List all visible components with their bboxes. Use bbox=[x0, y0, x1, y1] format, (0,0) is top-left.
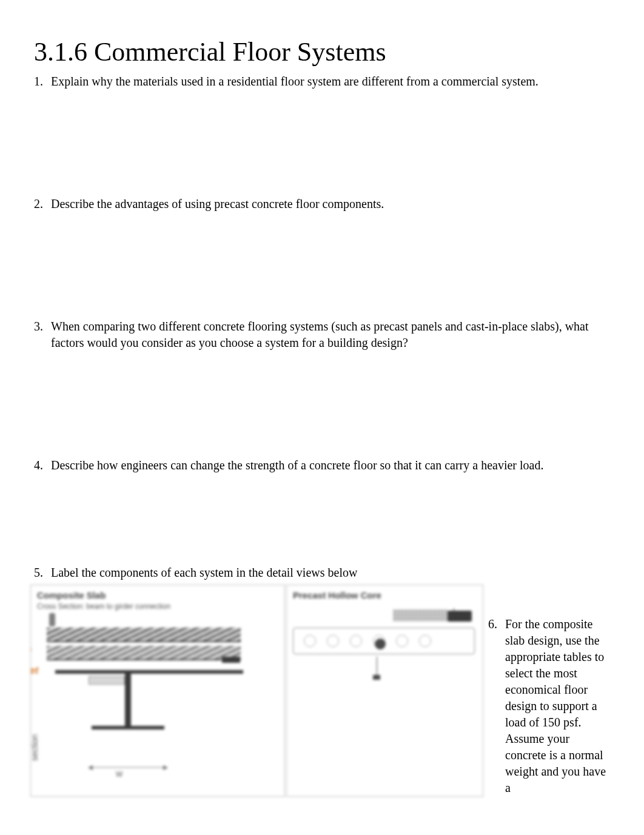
question-5-number: 5. bbox=[34, 565, 51, 581]
topping-hatch bbox=[393, 609, 448, 622]
grout-key bbox=[448, 611, 472, 622]
leader-end bbox=[373, 675, 380, 680]
question-2-text: Describe the advantages of using precast… bbox=[51, 196, 610, 212]
diagram-right-title: Precast Hollow Core bbox=[293, 590, 381, 600]
orange-label-2: Beam bbox=[30, 645, 32, 656]
question-3: 3. When comparing two different concrete… bbox=[34, 318, 610, 351]
question-6: 6. For the composite slab design, use th… bbox=[483, 616, 644, 796]
question-1: 1. Explain why the materials used in a r… bbox=[34, 73, 610, 90]
composite-slab-diagram: Composite Slab Cross Section: beam to gi… bbox=[30, 585, 285, 797]
question-1-text: Explain why the materials used in a resi… bbox=[51, 73, 610, 90]
orange-label-3: Gusset bbox=[30, 665, 38, 676]
diagram-left-subtitle: Cross Section: beam to girder connection bbox=[37, 602, 170, 611]
question-6-number: 6. bbox=[488, 616, 505, 632]
slab-top-hatch bbox=[47, 628, 241, 641]
question-5: 5. Label the components of each system i… bbox=[34, 565, 610, 581]
deck-line-1 bbox=[47, 641, 241, 642]
precast-hollow-core-diagram: Precast Hollow Core bbox=[286, 585, 483, 797]
deck-end-cap bbox=[222, 657, 240, 663]
diagram-left-title: Composite Slab bbox=[37, 590, 106, 600]
callout-line bbox=[454, 608, 454, 614]
question-6-text: For the composite slab design, use the a… bbox=[505, 616, 608, 796]
dimension-text: W bbox=[116, 770, 122, 779]
diagrams-row: Composite Slab Cross Section: beam to gi… bbox=[0, 585, 644, 797]
question-3-number: 3. bbox=[34, 318, 51, 335]
leader-line bbox=[377, 657, 377, 676]
deck-line-2 bbox=[47, 659, 241, 660]
core-holes bbox=[304, 635, 431, 647]
center-mark bbox=[375, 639, 386, 649]
question-4-text: Describe how engineers can change the st… bbox=[51, 457, 610, 474]
question-4-number: 4. bbox=[34, 457, 51, 474]
question-2: 2. Describe the advantages of using prec… bbox=[34, 196, 610, 212]
question-list: 1. Explain why the materials used in a r… bbox=[34, 73, 610, 581]
question-5-text: Label the components of each system in t… bbox=[51, 565, 610, 581]
question-3-text: When comparing two different concrete fl… bbox=[51, 318, 610, 351]
question-1-number: 1. bbox=[34, 73, 51, 90]
page-title: 3.1.6 Commercial Floor Systems bbox=[34, 36, 610, 69]
question-2-number: 2. bbox=[34, 196, 51, 212]
question-4: 4. Describe how engineers can change the… bbox=[34, 457, 610, 474]
dimension-line bbox=[89, 767, 167, 768]
girder-flange-top bbox=[55, 670, 243, 674]
slab-bottom-hatch bbox=[47, 646, 241, 659]
girder-web bbox=[125, 674, 131, 726]
girder-flange-bottom bbox=[92, 726, 164, 729]
stud-icon bbox=[49, 613, 55, 626]
vertical-label: section bbox=[30, 734, 39, 760]
connection-plate bbox=[89, 676, 125, 685]
